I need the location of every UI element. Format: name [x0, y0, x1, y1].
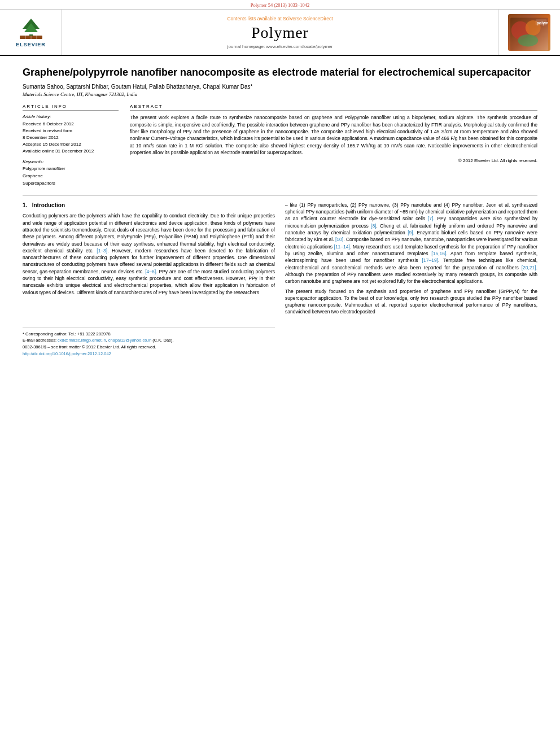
cite-11-14: [11–14] — [334, 244, 350, 250]
history-revised-date: 8 December 2012 — [23, 134, 119, 141]
elsevier-wordmark: ELSEVIER — [16, 42, 46, 47]
article-info-abstract: ARTICLE INFO Article history: Received 6… — [23, 104, 537, 187]
footnote-star: * Corresponding author. Tel.: +91 3222 2… — [23, 331, 275, 337]
elsevier-logo-area: ELSEVIER — [0, 10, 62, 55]
keywords-section: Keywords: Polypyrrole nanofiber Graphene… — [23, 159, 119, 187]
body-col-right: – like (1) PPy nanoparticles, (2) PPy na… — [285, 202, 537, 357]
abstract-col: ABSTRACT The present work explores a fac… — [130, 104, 537, 187]
section-number: 1. — [23, 202, 30, 208]
intro-para-2: – like (1) PPy nanoparticles, (2) PPy na… — [285, 202, 537, 285]
polymer-badge-image: polymer — [510, 16, 548, 51]
cite-7: [7] — [428, 216, 433, 221]
intro-title: 1. Introduction — [23, 202, 275, 210]
top-bar: Polymer 54 (2013) 1033–1042 — [0, 0, 560, 10]
history-accepted: Accepted 15 December 2012 — [23, 141, 119, 148]
cite-4-6: [4–6] — [145, 269, 156, 274]
article-info-header: ARTICLE INFO — [23, 104, 119, 111]
cite-9: [9] — [408, 230, 413, 235]
page-wrapper: Polymer 54 (2013) 1033–1042 ELSEVIER — [0, 0, 560, 747]
section-divider — [23, 195, 537, 196]
authors-text: Sumanta Sahoo, Saptarshi Dhibar, Goutam … — [23, 84, 252, 90]
cite-15-16: [15,16] — [431, 251, 446, 256]
journal-name: Polymer — [251, 24, 309, 42]
journal-homepage: journal homepage: www.elsevier.com/locat… — [228, 44, 333, 49]
keyword-2: Graphene — [23, 173, 119, 180]
svg-text:polymer: polymer — [536, 21, 548, 25]
history-label: Article history: — [23, 114, 119, 119]
keyword-3: Supercapacitors — [23, 180, 119, 187]
history-online: Available online 31 December 2012 — [23, 148, 119, 155]
email-label: E-mail addresses: — [23, 338, 58, 343]
abstract-header: ABSTRACT — [130, 104, 537, 111]
body-content: 1. Introduction Conducting polymers are … — [23, 202, 537, 357]
article-info-col: ARTICLE INFO Article history: Received 6… — [23, 104, 119, 187]
intro-para-3: The present study focused on the synthes… — [285, 288, 537, 316]
history-revised-label: Received in revised form — [23, 128, 119, 134]
footnote-area: * Corresponding author. Tel.: +91 3222 2… — [23, 299, 275, 357]
cite-10: [10] — [335, 237, 343, 242]
keywords-label: Keywords: — [23, 159, 119, 164]
keyword-1: Polypyrrole nanofiber — [23, 165, 119, 173]
email-suffix: (C.K. Das). — [152, 338, 173, 343]
footnote-email: E-mail addresses: ckd@matsc.iitkgp.emet.… — [23, 337, 275, 343]
doi-line[interactable]: http://dx.doi.org/10.1016/j.polymer.2012… — [23, 351, 275, 357]
elsevier-tree-icon — [14, 18, 48, 40]
main-content: Graphene/polypyrrole nanofiber nanocompo… — [0, 56, 560, 363]
body-col-left: 1. Introduction Conducting polymers are … — [23, 202, 275, 357]
article-history: Article history: Received 6 October 2012… — [23, 114, 119, 155]
sciverse-prefix: Contents lists available at — [227, 16, 283, 21]
history-received: Received 6 October 2012 — [23, 121, 119, 128]
journal-center-info: Contents lists available at SciVerse Sci… — [62, 10, 498, 55]
copyright-line: © 2012 Elsevier Ltd. All rights reserved… — [130, 158, 537, 163]
polymer-badge-area: polymer — [498, 10, 560, 55]
email-link-1[interactable]: ckd@matsc.iitkgp.emet.in — [58, 338, 106, 343]
footnote-section: * Corresponding author. Tel.: +91 3222 2… — [23, 327, 275, 357]
email-link-2[interactable]: chapal12@yahoo.co.in — [108, 338, 151, 343]
sciverse-link-text[interactable]: SciVerse ScienceDirect — [283, 16, 333, 21]
section-label: Introduction — [32, 202, 65, 208]
abstract-text: The present work explores a facile route… — [130, 114, 537, 156]
svg-point-10 — [518, 34, 538, 46]
journal-header: ELSEVIER Contents lists available at Sci… — [0, 10, 560, 56]
intro-para-1: Conducting polymers are the polymers whi… — [23, 212, 275, 296]
cite-17-19: [17–19] — [422, 257, 438, 263]
cite-20-21: [20,21] — [522, 265, 536, 270]
article-title: Graphene/polypyrrole nanofiber nanocompo… — [23, 66, 537, 79]
elsevier-logo: ELSEVIER — [14, 18, 48, 47]
journal-ref: Polymer 54 (2013) 1033–1042 — [251, 2, 310, 8]
footnote-issn: 0032-3861/$ – see front matter © 2012 El… — [23, 344, 275, 350]
affiliation: Materials Science Centre, IIT, Kharagpur… — [23, 91, 537, 97]
cite-8: [8] — [371, 223, 376, 229]
authors-line: Sumanta Sahoo, Saptarshi Dhibar, Goutam … — [23, 84, 537, 90]
cite-1-3: [1–3] — [97, 248, 107, 254]
polymer-badge: polymer — [508, 14, 550, 51]
sciverse-line: Contents lists available at SciVerse Sci… — [227, 16, 333, 21]
